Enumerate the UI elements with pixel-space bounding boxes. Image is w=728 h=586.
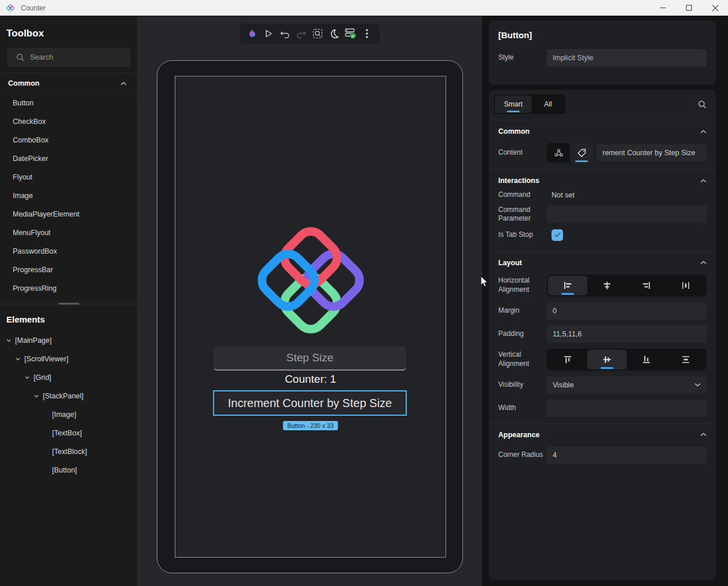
binding-icon[interactable] (547, 143, 570, 163)
chevron-down-icon[interactable] (15, 356, 21, 362)
increment-button[interactable]: Increment Counter by Step Size (213, 390, 407, 416)
section-appearance[interactable]: Appearance (489, 424, 716, 444)
hot-reload-flame-icon[interactable] (245, 25, 260, 42)
designer-toolbar (240, 24, 380, 43)
stretch-horizontal-icon[interactable] (666, 276, 705, 295)
toolbox-item-mediaplayerelement[interactable]: MediaPlayerElement (0, 205, 137, 224)
status-check-icon[interactable] (343, 25, 358, 42)
chevron-down-icon[interactable] (6, 338, 12, 343)
align-bottom-icon[interactable] (627, 350, 666, 369)
app-logo-icon (6, 3, 15, 13)
width-input[interactable] (547, 400, 707, 417)
tab-all[interactable]: All (532, 96, 564, 113)
command-parameter-label: Command Parameter (498, 206, 547, 224)
chevron-down-icon[interactable] (34, 393, 39, 399)
toolbox-item-checkbox[interactable]: CheckBox (0, 112, 137, 131)
chevron-up-icon (700, 261, 707, 265)
tree-node-label: [MainPage] (15, 336, 52, 345)
search-input[interactable] (30, 53, 125, 61)
chevron-up-icon (700, 433, 707, 437)
zoom-selection-icon[interactable] (310, 25, 325, 42)
device-frame: Step Size Counter: 1 Increment Counter b… (157, 60, 463, 573)
is-tab-stop-label: Is Tab Stop (498, 230, 547, 240)
literal-tag-icon[interactable] (570, 143, 593, 163)
tree-node-textbox[interactable]: [TextBox] (0, 424, 137, 442)
toolbox-item-flyout[interactable]: Flyout (0, 168, 137, 186)
section-common[interactable]: Common (489, 120, 716, 140)
style-label: Style (498, 53, 547, 63)
toolbox-title: Toolbox (0, 16, 137, 46)
command-value[interactable]: Not set (547, 191, 575, 199)
section-interactions[interactable]: Interactions (489, 170, 716, 189)
tree-node-stackpanel[interactable]: [StackPanel] (0, 387, 137, 405)
align-top-icon[interactable] (548, 350, 587, 369)
tree-node-label: [TextBlock] (52, 448, 87, 456)
tab-smart[interactable]: Smart (495, 96, 532, 113)
tree-node-label: [Button] (52, 466, 77, 474)
toolbox-item-datepicker[interactable]: DatePicker (0, 149, 137, 168)
is-tab-stop-checkbox[interactable] (551, 229, 563, 241)
visibility-value: Visible (553, 381, 574, 389)
command-parameter-input[interactable] (547, 206, 707, 223)
section-layout[interactable]: Layout (489, 252, 716, 272)
titlebar: Counter (0, 0, 728, 16)
section-interactions-title: Interactions (498, 177, 539, 185)
selection-size-badge: Button - 230 x 33 (283, 421, 339, 430)
visibility-label: Visibility (498, 380, 547, 390)
tree-node-grid[interactable]: [Grid] (0, 368, 137, 387)
style-input[interactable]: Implicit Style (547, 49, 707, 67)
tree-node-mainpage[interactable]: [MainPage] (0, 331, 137, 350)
step-size-textbox[interactable]: Step Size (214, 346, 406, 371)
tree-node-label: [Image] (52, 411, 76, 419)
section-label: Common (8, 79, 39, 87)
selected-element-card: [Button] Style Implicit Style (489, 21, 716, 85)
counter-textblock[interactable]: Counter: 1 (175, 373, 446, 386)
content-input[interactable]: rement Counter by Step Size (597, 144, 707, 162)
section-common-title: Common (498, 127, 530, 135)
chevron-down-icon (694, 383, 701, 387)
redo-icon[interactable] (294, 25, 309, 42)
device-screen[interactable]: Step Size Counter: 1 Increment Counter b… (175, 76, 446, 558)
corner-radius-input[interactable]: 4 (547, 446, 707, 464)
tree-node-image[interactable]: [Image] (0, 405, 137, 424)
app-logo-image[interactable] (248, 217, 374, 343)
padding-input[interactable]: 11,5,11,6 (547, 325, 707, 343)
toolbox-item-combobox[interactable]: ComboBox (0, 131, 137, 149)
minimize-button[interactable] (650, 0, 676, 16)
margin-input[interactable]: 0 (547, 302, 707, 320)
align-right-icon[interactable] (627, 276, 666, 295)
play-icon[interactable] (261, 25, 276, 42)
tree-node-textblock[interactable]: [TextBlock] (0, 442, 137, 461)
close-button[interactable] (702, 0, 728, 16)
panel-splitter[interactable] (0, 301, 137, 306)
more-kebab-icon[interactable] (359, 25, 374, 42)
align-center-horizontal-icon[interactable] (587, 276, 627, 295)
toolbox-item-image[interactable]: Image (0, 186, 137, 205)
chevron-down-icon[interactable] (24, 375, 30, 380)
tree-node-label: [StackPanel] (43, 392, 83, 400)
tree-node-scrollviewer[interactable]: [ScrollViewer] (0, 350, 137, 368)
properties-search-button[interactable] (698, 100, 707, 109)
toolbox-item-button[interactable]: Button (0, 94, 137, 112)
content-mode-toggle (547, 143, 593, 163)
vertical-alignment-label: Vertical Alignment (498, 350, 547, 368)
toolbox-search[interactable] (7, 47, 131, 67)
check-icon (554, 232, 561, 237)
tree-node-label: [ScrollViewer] (24, 355, 68, 363)
toolbox-item-menuflyout[interactable]: MenuFlyout (0, 224, 137, 242)
command-label: Command (498, 191, 547, 200)
align-center-vertical-icon[interactable] (587, 350, 627, 369)
maximize-button[interactable] (676, 0, 702, 16)
visibility-select[interactable]: Visible (547, 376, 707, 394)
undo-icon[interactable] (278, 25, 293, 42)
toolbox-section-common[interactable]: Common (0, 73, 137, 94)
design-canvas[interactable]: Step Size Counter: 1 Increment Counter b… (137, 16, 482, 586)
stretch-vertical-icon[interactable] (666, 350, 705, 369)
horizontal-alignment-label: Horizontal Alignment (498, 276, 547, 294)
toolbox-item-progressring[interactable]: ProgressRing (0, 279, 137, 298)
toolbox-item-progressbar[interactable]: ProgressBar (0, 261, 137, 279)
tree-node-button[interactable]: [Button] (0, 461, 137, 479)
toolbox-item-passwordbox[interactable]: PasswordBox (0, 242, 137, 261)
align-left-icon[interactable] (548, 276, 587, 295)
theme-moon-icon[interactable] (326, 25, 341, 42)
